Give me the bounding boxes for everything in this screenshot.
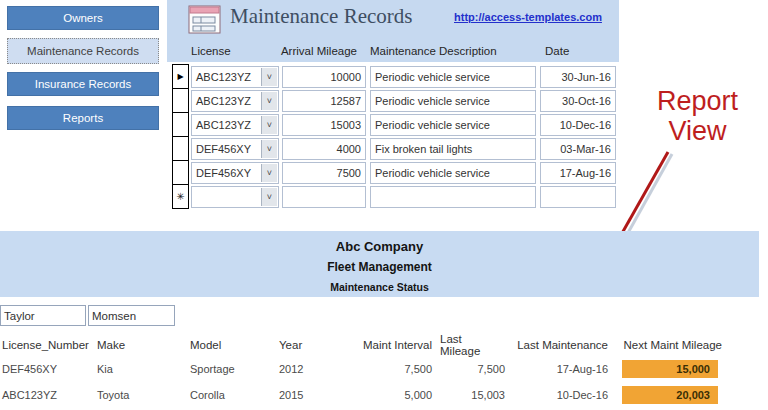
make-cell: Toyota (97, 386, 179, 404)
department-name: Fleet Management (0, 260, 759, 274)
make-cell: Kia (97, 360, 179, 378)
annotation-line2: View (645, 116, 750, 146)
maintenance-description-field[interactable] (370, 186, 536, 208)
report-header-row: License_Number Make Model Year Maint Int… (0, 336, 768, 354)
current-record-icon: ▶ (177, 73, 183, 81)
date-field[interactable] (540, 186, 616, 208)
row-selector-new[interactable]: ✳ (172, 184, 189, 209)
last-mileage-cell: 15,003 (440, 386, 505, 404)
header-last-maintenance: Last Maintenance (515, 336, 608, 354)
chevron-down-icon[interactable]: ˅ (261, 68, 277, 86)
arrival-mileage-field[interactable]: 12587 (282, 90, 366, 112)
maintenance-description-field[interactable]: Periodic vehicle service (370, 162, 536, 184)
sidebar-item-maintenance-records[interactable]: Maintenance Records (7, 38, 159, 64)
last-maintenance-cell: 17-Aug-16 (515, 360, 608, 378)
maintenance-description-field[interactable]: Fix broken tail lights (370, 138, 536, 160)
license-combo[interactable]: DEF456XY ˅ (191, 138, 279, 160)
header-make: Make (97, 336, 179, 354)
column-header-license: License (191, 45, 231, 57)
row-selector[interactable] (172, 112, 189, 137)
license-number-cell: ABC123YZ (2, 386, 94, 404)
license-value: DEF456XY (196, 143, 251, 155)
arrival-mileage-field[interactable] (282, 186, 366, 208)
header-maint-interval: Maint Interval (350, 336, 432, 354)
maintenance-description-field[interactable]: Periodic vehicle service (370, 114, 536, 136)
row-selector[interactable] (172, 136, 189, 161)
report-view-annotation: Report View (645, 86, 750, 146)
sidebar-item-reports[interactable]: Reports (7, 106, 159, 130)
new-record-icon: ✳ (176, 192, 184, 202)
date-field[interactable]: 30-Oct-16 (540, 90, 616, 112)
model-cell: Sportage (190, 360, 270, 378)
chevron-down-icon[interactable]: ˅ (261, 92, 277, 110)
last-mileage-cell: 7,500 (440, 360, 505, 378)
date-field[interactable]: 17-Aug-16 (540, 162, 616, 184)
sidebar-item-insurance-records[interactable]: Insurance Records (7, 72, 159, 96)
owner-first-name-field[interactable]: Taylor (0, 305, 86, 326)
report-title: Maintenance Status (0, 281, 759, 293)
website-link[interactable]: http://access-templates.com (454, 11, 602, 23)
license-combo[interactable]: DEF456XY ˅ (191, 162, 279, 184)
owner-last-name-field[interactable]: Momsen (88, 305, 175, 326)
license-combo[interactable]: ˅ (191, 186, 279, 208)
date-field[interactable]: 30-Jun-16 (540, 66, 616, 88)
app-window: Owners Maintenance Records Insurance Rec… (0, 0, 768, 410)
year-cell: 2015 (279, 386, 339, 404)
chevron-down-icon[interactable]: ˅ (261, 188, 277, 206)
next-maint-mileage-highlight: 15,000 (622, 360, 718, 378)
sidebar-item-owners[interactable]: Owners (7, 6, 159, 30)
header-license-number: License_Number (2, 336, 94, 354)
report-banner: Abc Company Fleet Management Maintenance… (0, 231, 759, 297)
arrival-mileage-field[interactable]: 10000 (282, 66, 366, 88)
column-header-arrival-mileage: Arrival Mileage (267, 45, 357, 57)
report-row: DEF456XY Kia Sportage 2012 7,500 7,500 1… (0, 360, 768, 378)
report-row: ABC123YZ Toyota Corolla 2015 5,000 15,00… (0, 386, 768, 404)
license-value: DEF456XY (196, 167, 251, 179)
date-field[interactable]: 10-Dec-16 (540, 114, 616, 136)
chevron-down-icon[interactable]: ˅ (261, 164, 277, 182)
form-icon (188, 5, 222, 35)
form-title: Maintenance Records (230, 4, 413, 29)
last-maintenance-cell: 10-Dec-16 (515, 386, 608, 404)
company-name: Abc Company (0, 231, 759, 254)
year-cell: 2012 (279, 360, 339, 378)
header-last-mileage: Last Mileage (440, 336, 505, 354)
maint-interval-cell: 5,000 (350, 386, 432, 404)
date-field[interactable]: 03-Mar-16 (540, 138, 616, 160)
license-value: ABC123YZ (196, 95, 251, 107)
license-combo[interactable]: ABC123YZ ˅ (191, 90, 279, 112)
header-model: Model (190, 336, 270, 354)
header-next-maint-mileage: Next Maint Mileage (617, 336, 722, 354)
chevron-down-icon[interactable]: ˅ (261, 140, 277, 158)
maintenance-description-field[interactable]: Periodic vehicle service (370, 66, 536, 88)
row-selector-current[interactable]: ▶ (172, 64, 189, 89)
maintenance-description-field[interactable]: Periodic vehicle service (370, 90, 536, 112)
license-combo[interactable]: ABC123YZ ˅ (191, 114, 279, 136)
row-selector[interactable] (172, 88, 189, 113)
header-year: Year (279, 336, 339, 354)
maintenance-records-form: Maintenance Records http://access-templa… (167, 0, 619, 216)
annotation-line1: Report (645, 86, 750, 116)
arrival-mileage-field[interactable]: 4000 (282, 138, 366, 160)
arrival-mileage-field[interactable]: 15003 (282, 114, 366, 136)
column-header-date: Date (545, 45, 569, 57)
row-selector[interactable] (172, 160, 189, 185)
arrival-mileage-field[interactable]: 7500 (282, 162, 366, 184)
license-value: ABC123YZ (196, 119, 251, 131)
license-combo[interactable]: ABC123YZ ˅ (191, 66, 279, 88)
license-value: ABC123YZ (196, 71, 251, 83)
license-number-cell: DEF456XY (2, 360, 94, 378)
chevron-down-icon[interactable]: ˅ (261, 116, 277, 134)
maint-interval-cell: 7,500 (350, 360, 432, 378)
model-cell: Corolla (190, 386, 270, 404)
column-header-maintenance-description: Maintenance Description (370, 45, 497, 57)
next-maint-mileage-highlight: 20,003 (622, 386, 718, 404)
